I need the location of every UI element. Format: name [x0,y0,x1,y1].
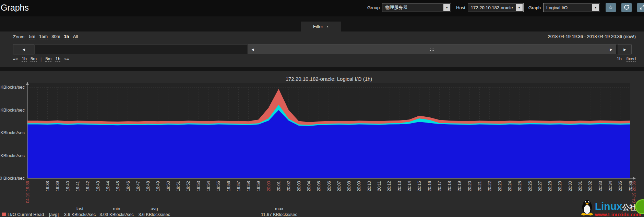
brand-text: Linux公社 [595,201,637,212]
host-select-value: 172.20.10.182-oracle [468,5,515,10]
x-start-label: 04-19 19:36 [25,181,30,203]
chevron-down-icon[interactable]: ▼ [443,4,450,11]
filter-tab-label: Filter [313,24,323,29]
group-select-value: 物理服务器 [382,4,410,11]
x-tick-label: 19:49 [156,181,160,191]
nav-forward-5m-link[interactable]: 5m [45,56,51,62]
scrollbar-left-button[interactable]: ◀ [13,44,34,54]
nav-far-back-link[interactable]: «« [13,56,18,62]
chevron-down-icon[interactable]: ▼ [516,4,523,11]
group-label: Group [367,5,380,10]
legend-header-max: max [255,206,303,211]
x-tick-label: 20:10 [367,181,372,191]
linuxidc-watermark: Linux公社 www.Linuxidc.com [579,198,641,217]
x-tick-label: 20:07 [337,181,342,191]
arrow-right-icon: ▶ [623,48,626,51]
x-tick-label: 19:41 [75,181,80,191]
arrow-right-icon: ▶ [610,48,612,51]
filter-tab[interactable]: Filter ▲ [301,22,341,31]
tux-penguin-icon [579,198,595,217]
fullscreen-icon [640,5,644,11]
zoom-link-all[interactable]: All [73,34,78,39]
x-tick-label: 20:04 [307,181,311,191]
time-scrollbar: ◀ ◀ ▶ ▶ [13,44,632,54]
x-tick-label: 19:47 [136,181,141,191]
page-title: Graphs [1,3,29,13]
period-state: 1h fixed [617,56,636,61]
x-tick-label: 20:00 [266,181,271,191]
host-select[interactable]: 172.20.10.182-oracle ▼ [468,3,524,12]
brand-url[interactable]: www.Linuxidc.com [595,212,641,217]
y-axis-label: 0 Blocks/sec [0,176,25,181]
x-tick-label: 20:26 [528,181,533,191]
graph-label: Graph [528,5,541,10]
legend-color-swatch [2,213,6,216]
top-header: Graphs Group 物理服务器 ▼ Host 172.20.10.182-… [0,0,644,16]
x-tick-label: 20:11 [377,181,382,191]
x-tick-label: 20:15 [417,181,422,191]
y-axis-label: KBlocks/sec [0,85,25,90]
header-controls: Group 物理服务器 ▼ Host 172.20.10.182-oracle … [362,3,644,12]
fixed-link[interactable]: fixed [627,56,636,62]
x-tick-label: 19:46 [126,181,131,191]
x-tick-label: 20:19 [457,181,462,191]
x-tick-label: 20:29 [558,181,562,191]
x-tick-label: 20:23 [498,181,502,191]
nav-back-5m-link[interactable]: 5m [31,56,37,62]
zoom-link-5m[interactable]: 5m [29,34,35,39]
x-tick-label: 20:30 [568,181,573,191]
x-tick-label: 19:53 [196,181,201,191]
x-tick-label: 20:02 [286,181,291,191]
x-tick-label: 20:24 [508,181,512,191]
x-tick-label: 20:08 [347,181,351,191]
x-tick-label: 20:05 [317,181,321,191]
x-tick-label: 20:33 [598,181,603,191]
x-tick-label: 19:57 [236,181,241,191]
graph-select-value: Logical I/O [544,5,570,10]
graph-select[interactable]: Logical I/O ▼ [543,3,600,12]
scrollbar-slider[interactable]: ◀ ▶ [248,44,616,54]
nav-back-1h-link[interactable]: 1h [22,56,26,62]
x-tick-label: 19:45 [116,181,120,191]
zoom-link-30m[interactable]: 30m [51,34,60,39]
graph-plot-area[interactable]: KBlocks/secKBlocks/secKBlocks/secKBlocks… [0,71,644,217]
nav-forward-1h-link[interactable]: 1h [55,56,60,62]
refresh-icon [624,4,629,11]
x-tick-label: 19:44 [106,181,110,191]
x-tick-label: 20:06 [327,181,332,191]
y-axis-label: KBlocks/sec [0,130,25,135]
x-tick-label: 19:59 [256,181,261,191]
x-tick-label: 20:20 [467,181,472,191]
zoom-label: Zoom: [13,34,26,39]
zoom-link-15m[interactable]: 15m [39,34,48,39]
refresh-button[interactable] [621,3,632,12]
fullscreen-button[interactable] [637,3,644,12]
nav-separator: | [40,56,41,62]
period-value: 1h [617,56,621,61]
legend-value-max: 11.67 KBlocks/sec [255,212,303,217]
group-select[interactable]: 物理服务器 ▼ [382,3,451,12]
chevron-down-icon[interactable]: ▼ [592,4,599,11]
scrollbar-right-button[interactable]: ▶ [618,44,632,54]
period-nav-row: «« 1h 5m | 5m 1h »» [13,56,73,62]
nav-far-forward-link[interactable]: »» [64,56,69,62]
x-tick-label: 20:21 [477,181,482,191]
x-tick-label: 20:17 [437,181,442,191]
favorite-button[interactable]: ☆ [606,3,616,12]
x-tick-label: 19:58 [246,181,251,191]
x-tick-label: 19:55 [216,181,221,191]
x-tick-label: 19:56 [226,181,231,191]
x-tick-label: 20:32 [588,181,593,191]
legend-item-name: LI/O Current Read [8,212,44,217]
date-range-link[interactable]: 2018-04-19 19:36 - 2018-04-19 20:36 (now… [548,34,636,39]
chart-panel: 172.20.10.182-oracle: Logical I/O (1h) K… [0,71,644,217]
zoom-row: Zoom: 5m 15m 30m 1h All [13,34,82,39]
x-tick-label: 19:42 [85,181,90,191]
x-tick-label: 19:43 [96,181,100,191]
x-tick-label: 19:40 [65,181,70,191]
filter-panel: Zoom: 5m 15m 30m 1h All 2018-04-19 19:36… [0,31,644,67]
zoom-link-1h[interactable]: 1h [64,34,69,39]
drag-grip-icon[interactable] [430,49,431,49]
x-tick-label: 20:35 [618,181,623,191]
x-tick-label: 20:18 [447,181,452,191]
